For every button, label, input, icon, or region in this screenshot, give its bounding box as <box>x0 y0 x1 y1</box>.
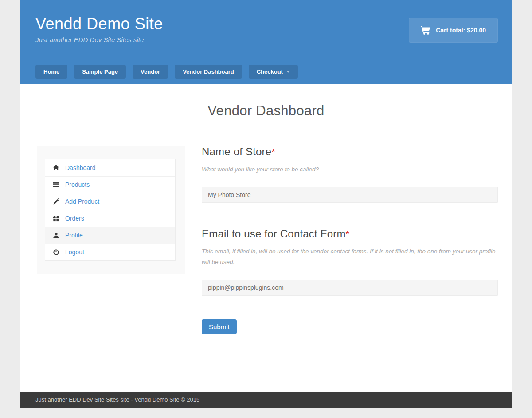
main-nav: Home Sample Page Vendor Vendor Dashboard… <box>35 65 498 79</box>
page-title: Vendor Dashboard <box>20 103 512 119</box>
sidebar-item-logout[interactable]: Logout <box>45 244 175 260</box>
nav-item-vendor-dashboard-label: Vendor Dashboard <box>183 68 234 75</box>
site-container: Vendd Demo Site Just another EDD Dev Sit… <box>20 0 512 408</box>
store-name-field-group: Name of Store* What would you like your … <box>202 146 498 203</box>
cart-total-button[interactable]: Cart total: $20.00 <box>409 18 498 43</box>
nav-item-sample-page-label: Sample Page <box>82 68 118 75</box>
nav-item-vendor-dashboard[interactable]: Vendor Dashboard <box>175 65 242 79</box>
store-name-help-text: What would you like your store to be cal… <box>202 164 319 180</box>
store-name-heading-text: Name of Store <box>202 146 271 158</box>
sidebar-item-dashboard[interactable]: Dashboard <box>45 159 175 176</box>
required-asterisk: * <box>346 229 350 240</box>
chevron-down-icon <box>286 71 290 73</box>
vendor-menu: Dashboard Products <box>45 159 176 261</box>
sidebar-item-label: Dashboard <box>65 164 96 171</box>
required-asterisk: * <box>271 146 275 158</box>
sidebar-item-profile[interactable]: Profile <box>45 227 175 244</box>
gift-icon <box>53 215 59 222</box>
site-tagline: Just another EDD Dev Site Sites site <box>35 36 163 43</box>
site-title[interactable]: Vendd Demo Site <box>35 15 163 33</box>
power-icon <box>53 249 59 256</box>
cart-total-label: Cart total: $20.00 <box>436 27 486 34</box>
contact-email-input[interactable] <box>202 280 498 296</box>
nav-item-vendor-label: Vendor <box>141 68 160 75</box>
site-header: Vendd Demo Site Just another EDD Dev Sit… <box>20 0 512 84</box>
nav-item-checkout-label: Checkout <box>257 68 283 75</box>
contact-email-heading-text: Email to use for Contact Form <box>202 228 346 240</box>
site-footer: Just another EDD Dev Site Sites site - V… <box>20 392 512 408</box>
pencil-icon <box>53 198 59 205</box>
cart-icon <box>421 26 430 35</box>
list-icon <box>53 181 59 188</box>
contact-email-heading: Email to use for Contact Form* <box>202 228 498 240</box>
contact-email-field-group: Email to use for Contact Form* This emai… <box>202 228 498 296</box>
home-icon <box>53 164 59 171</box>
sidebar-item-label: Orders <box>65 215 84 222</box>
user-icon <box>53 232 59 239</box>
nav-item-checkout[interactable]: Checkout <box>249 65 298 79</box>
sidebar-item-label: Logout <box>65 248 84 256</box>
nav-item-home-label: Home <box>43 68 59 75</box>
header-top: Vendd Demo Site Just another EDD Dev Sit… <box>35 15 498 43</box>
site-branding: Vendd Demo Site Just another EDD Dev Sit… <box>35 15 163 43</box>
sidebar-item-orders[interactable]: Orders <box>45 210 175 227</box>
content-columns: Dashboard Products <box>20 146 512 335</box>
sidebar-item-products[interactable]: Products <box>45 176 175 193</box>
vendor-sidebar: Dashboard Products <box>37 146 185 274</box>
vendor-profile-form: Name of Store* What would you like your … <box>202 146 498 335</box>
submit-button[interactable]: Submit <box>202 319 237 334</box>
store-name-input[interactable] <box>202 187 498 203</box>
nav-item-home[interactable]: Home <box>35 65 67 79</box>
site-content: Vendor Dashboard Dashboard <box>20 84 512 392</box>
sidebar-item-label: Profile <box>65 232 83 239</box>
store-name-heading: Name of Store* <box>202 146 498 158</box>
sidebar-item-label: Products <box>65 181 90 188</box>
nav-item-vendor[interactable]: Vendor <box>133 65 168 79</box>
contact-email-help-text: This email, if filled in, will be used f… <box>202 246 498 272</box>
footer-text: Just another EDD Dev Site Sites site - V… <box>35 396 200 403</box>
nav-item-sample-page[interactable]: Sample Page <box>74 65 126 79</box>
sidebar-item-add-product[interactable]: Add Product <box>45 193 175 210</box>
sidebar-item-label: Add Product <box>65 198 99 205</box>
